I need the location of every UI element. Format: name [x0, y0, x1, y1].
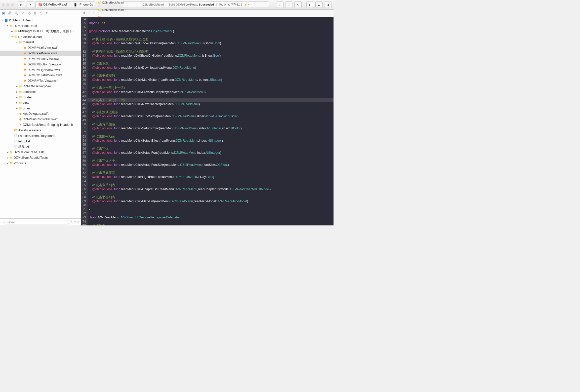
tree-item[interactable]: ▶Products: [0, 161, 81, 166]
nav-tab-project[interactable]: ▣: [2, 11, 5, 15]
nav-tab-symbol[interactable]: 品: [8, 11, 12, 15]
jump-bar[interactable]: ⊞ 〈 〉 📘DZMeBookRead〉📁DZMeBookRead〉📁DZMeB…: [81, 10, 334, 17]
nav-tab-find[interactable]: 🔍: [15, 11, 19, 15]
lcd-warnings[interactable]: 4: [244, 3, 250, 6]
editor-mode-version[interactable]: ⟲: [294, 2, 302, 8]
tree-item[interactable]: LaunchScreen.storyboard: [0, 133, 81, 139]
disclosure-icon[interactable]: ▼: [6, 25, 9, 27]
tree-item[interactable]: ▶model: [0, 95, 81, 100]
plist-icon: [14, 140, 17, 143]
scheme-target[interactable]: 🎯 DZMeBookRead〉📱 iPhone 6s: [36, 2, 95, 8]
tree-item[interactable]: ▶DZMRMSettingView: [0, 84, 81, 89]
toolbar: 🎯 DZMeBookRead〉📱 iPhone 6s DZMeBookRead …: [0, 0, 334, 10]
code-editor[interactable]: 2425262728293031323334353637383940414243…: [81, 17, 334, 225]
disclosure-icon[interactable]: ▶: [16, 107, 18, 109]
tree-item[interactable]: DZMMainController.swift: [0, 116, 81, 122]
disclosure-icon[interactable]: ▶: [6, 157, 9, 159]
disclosure-icon[interactable]: ▶: [11, 30, 13, 32]
swift-icon: [23, 74, 27, 77]
tree-item[interactable]: ▼DZMeBookRead: [0, 23, 81, 29]
chevron-icon: 〉: [98, 0, 101, 0]
tree-item[interactable]: DZMRMBaseView.swift: [0, 56, 81, 62]
tree-item[interactable]: 求魔.txt: [0, 144, 81, 150]
tree-label: Info.plist: [18, 140, 30, 143]
tree-label: DZMeBookRead: [9, 19, 32, 22]
minimize-window[interactable]: [6, 3, 9, 6]
tree-label: DZMMainController.swift: [23, 117, 58, 121]
tree-label: DZMeBookReadTests: [14, 150, 45, 154]
nav-tab-debug[interactable]: ⊟: [34, 11, 36, 15]
add-button[interactable]: +: [1, 220, 3, 224]
tree-item[interactable]: AppDelegate.swift: [0, 111, 81, 116]
nav-tab-issue[interactable]: ⚠: [22, 11, 25, 15]
scheme-selector[interactable]: 🎯 DZMeBookRead〉📱 iPhone 6s: [35, 2, 95, 8]
disclosure-icon[interactable]: ▶: [6, 162, 9, 164]
toggle-debug-area[interactable]: ⬓: [315, 2, 323, 8]
tree-item[interactable]: Assets.xcassets: [0, 128, 81, 133]
tree-label: DZMRMLightView.swift: [27, 68, 60, 72]
tree-label: 求魔.txt: [18, 145, 29, 149]
tree-label: AppDelegate.swift: [23, 112, 49, 115]
asset-icon: [14, 129, 17, 132]
disclosure-icon[interactable]: ▼: [11, 36, 13, 38]
jump-crumb[interactable]: 📁DZMeBookRead: [98, 8, 135, 12]
zoom-window[interactable]: [11, 3, 14, 6]
filter-input[interactable]: [4, 220, 69, 224]
project-tree[interactable]: ▼DZMeBookRead▼DZMeBookRead▶MBProgressHUD…: [0, 17, 81, 218]
toggle-navigator[interactable]: ◧: [306, 2, 314, 8]
tree-item[interactable]: ▼menuUI: [0, 40, 81, 45]
related-items-icon[interactable]: ⊞: [82, 11, 85, 15]
tree-item[interactable]: DZMeBookRead-Bridging-Header.h: [0, 122, 81, 128]
tree-item[interactable]: ▶DZMeBookReadUITests: [0, 155, 81, 161]
tree-label: DZMRMBaseView.swift: [27, 57, 60, 61]
jump-crumb[interactable]: 📁DZMeBookRead: [98, 1, 135, 4]
navigator: ▣ 品 🔍 ⚠ ◇ ⊟ ⬠ ≡ ▼DZMeBookRead▼DZMeBookRe…: [0, 10, 81, 225]
tree-item[interactable]: DZMRMLeftView.swift: [0, 45, 81, 51]
nav-tab-report[interactable]: ≡: [46, 11, 48, 15]
tree-label: Assets.xcassets: [18, 129, 41, 132]
tree-item[interactable]: ▶DZMeBookReadTests: [0, 149, 81, 155]
toggle-inspector[interactable]: ◨: [324, 2, 332, 8]
tree-item[interactable]: DZMReadMenu.swift: [0, 51, 81, 56]
tree-label: DZMeBookRead: [14, 24, 37, 28]
nav-forward[interactable]: 〉: [92, 11, 97, 15]
folder-icon: [10, 156, 13, 160]
toolbar-right: ▢ ◫ ⟲ ◧ ⬓ ◨: [276, 2, 332, 8]
folder-icon: [10, 151, 13, 154]
stop-button[interactable]: [27, 2, 34, 8]
nav-tab-test[interactable]: ◇: [28, 11, 31, 15]
tree-item[interactable]: DZMRMStatusView.swift: [0, 73, 81, 78]
tree-label: DZMRMSettingView: [23, 85, 52, 88]
tree-label: Products: [14, 162, 26, 165]
tree-item[interactable]: ▼DZMeBookRead: [0, 34, 81, 40]
tree-item[interactable]: Info.plist: [0, 139, 81, 144]
tree-item[interactable]: ▶other: [0, 106, 81, 111]
disclosure-icon[interactable]: ▼: [2, 19, 4, 22]
chevron-icon: 〉: [98, 5, 101, 8]
tree-item[interactable]: DZMRMTopView.swift: [0, 78, 81, 84]
nav-back[interactable]: 〈: [86, 11, 91, 15]
tree-item[interactable]: ▼DZMeBookRead: [0, 18, 81, 23]
swift-icon: [23, 79, 27, 83]
tree-item[interactable]: ▶MBProgressHUD(...时使用用于阻挡下): [0, 29, 81, 34]
swift-icon: [19, 118, 22, 121]
txt-icon: [14, 145, 17, 148]
editor-mode-standard[interactable]: ▢: [276, 2, 284, 8]
close-window[interactable]: [2, 3, 5, 6]
disclosure-icon[interactable]: ▶: [6, 151, 9, 153]
filter-scopes[interactable]: ⊙▢⊟: [70, 221, 80, 223]
tree-item[interactable]: ▶controller: [0, 89, 81, 95]
disclosure-icon[interactable]: ▼: [16, 41, 18, 44]
run-button[interactable]: [18, 2, 25, 8]
code-content[interactable]: import UIKit @objc protocol DZMReadMenuD…: [88, 17, 334, 225]
tree-label: LaunchScreen.storyboard: [18, 134, 55, 138]
disclosure-icon[interactable]: ▶: [16, 102, 18, 104]
tree-item[interactable]: DZMRMBottomView.swift: [0, 62, 81, 67]
disclosure-icon[interactable]: ▶: [16, 85, 18, 88]
disclosure-icon[interactable]: ▶: [16, 91, 18, 93]
disclosure-icon[interactable]: ▶: [16, 96, 18, 98]
editor-mode-assistant[interactable]: ◫: [285, 2, 293, 8]
nav-tab-breakpoint[interactable]: ⬠: [40, 11, 43, 15]
tree-item[interactable]: ▶view: [0, 100, 81, 106]
tree-item[interactable]: DZMRMLightView.swift: [0, 67, 81, 73]
